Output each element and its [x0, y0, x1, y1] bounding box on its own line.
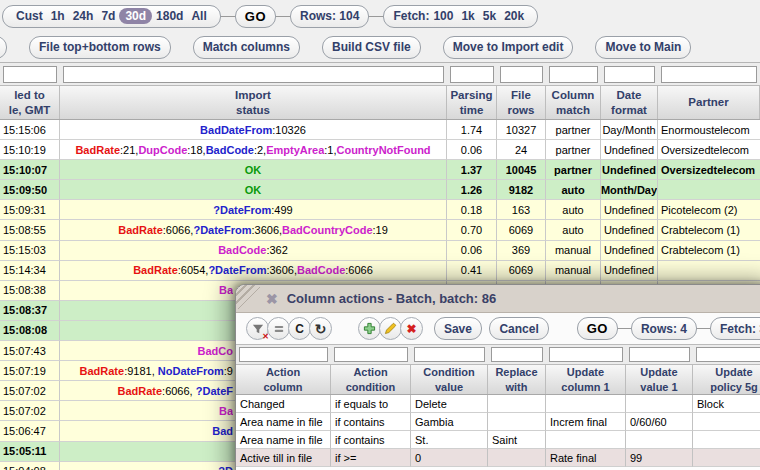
column-filter-input[interactable]	[549, 347, 623, 362]
column-filter-input[interactable]	[414, 347, 485, 362]
fetch-option-5k[interactable]: 5k	[479, 9, 500, 23]
edit-row-button[interactable]	[379, 317, 402, 340]
main-column-header-6[interactable]: Date format	[601, 86, 658, 119]
cell-date-format: Undefined	[601, 241, 658, 261]
rows-count-pill[interactable]: Rows: 104	[290, 5, 369, 28]
action-rule-row[interactable]: Area name in fileif containsGambiaIncrem…	[236, 413, 760, 431]
column-filter-input[interactable]	[500, 66, 543, 83]
connector-line	[276, 16, 290, 17]
cell-import-status: BadRate:6054, ?DateFrom:3606, BadCode:60…	[60, 261, 447, 281]
table-row[interactable]: 15:15:03BadCode:3620.06369manualUndefine…	[0, 241, 760, 261]
rule-cell	[693, 431, 760, 449]
go-button[interactable]: GO	[235, 5, 276, 28]
table-row[interactable]: 15:08:55BadRate:6066, ?DateFrom:3606, Ba…	[0, 220, 760, 240]
list-rows-button[interactable]	[267, 317, 290, 340]
column-filter-input[interactable]	[549, 66, 598, 83]
dialog-go-button[interactable]: GO	[577, 317, 618, 340]
status-token: BadCode	[218, 244, 266, 256]
letter-c-button[interactable]: C	[288, 317, 311, 340]
status-token: Ba	[219, 405, 233, 417]
cancel-button[interactable]: Cancel	[489, 317, 548, 340]
table-row[interactable]: 15:10:07OK1.3710045partnerUndefinedOvers…	[0, 160, 760, 180]
rule-cell: St.	[411, 431, 488, 449]
main-column-header-5[interactable]: Column match	[546, 86, 601, 119]
column-filter-input[interactable]	[239, 347, 328, 362]
dialog-titlebar[interactable]: ✖ Column actions - Batch, batch: 86	[236, 285, 760, 313]
action-rule-row[interactable]: Area name in fileif containsSt.Saint	[236, 431, 760, 449]
status-token: NoDateFrom	[158, 365, 224, 377]
main-column-header-3[interactable]: Parsing time	[447, 86, 497, 119]
table-row[interactable]: 15:15:06BadDateFrom:103261.7410327partne…	[0, 120, 760, 140]
dialog-column-header-4[interactable]: Replace with	[488, 365, 546, 394]
save-button[interactable]: Save	[434, 317, 482, 340]
dialog-filter-row	[236, 344, 760, 365]
column-filter-input[interactable]	[450, 66, 494, 83]
time-range-option-7d[interactable]: 7d	[97, 9, 119, 23]
rule-cell: if contains	[331, 431, 411, 449]
time-range-option-all[interactable]: All	[187, 9, 210, 23]
rows-count-label: Rows: 104	[300, 9, 359, 23]
action-button-5[interactable]: Move to Main	[595, 36, 691, 59]
status-token: :6066	[345, 264, 373, 276]
filter-slot	[546, 345, 626, 364]
column-filter-input[interactable]	[3, 66, 57, 83]
rule-cell	[546, 431, 626, 449]
column-filter-input[interactable]	[696, 347, 760, 362]
time-range-pill: Cust1h24h7d30d180dAll	[2, 5, 221, 28]
action-button-2[interactable]: Match columns	[193, 36, 300, 59]
status-token: :10326	[272, 124, 306, 136]
rule-cell: Active till in file	[236, 449, 331, 467]
dialog-fetch-pill[interactable]: Fetch: 3	[710, 317, 760, 340]
dialog-column-header-2[interactable]: Action condition	[331, 365, 411, 394]
add-row-button[interactable]	[358, 317, 381, 340]
time-range-option-1h[interactable]: 1h	[47, 9, 69, 23]
dialog-column-header-1[interactable]: Action column	[236, 365, 331, 394]
status-visible-fragment: BadRate:6066, ?DateF	[60, 385, 233, 397]
column-filter-input[interactable]	[661, 66, 757, 83]
table-row[interactable]: 15:10:19BadRate:21, DupCode:18, BadCode:…	[0, 140, 760, 160]
fetch-option-1k[interactable]: 1k	[457, 9, 478, 23]
column-filter-input[interactable]	[604, 66, 655, 83]
action-button-1[interactable]: File top+bottom rows	[29, 36, 171, 59]
column-filter-input[interactable]	[334, 347, 408, 362]
fetch-option-100[interactable]: 100	[429, 9, 457, 23]
table-row[interactable]: 15:14:34BadRate:6054, ?DateFrom:3606, Ba…	[0, 261, 760, 281]
status-token: :19	[373, 224, 388, 236]
dialog-column-header-5[interactable]: Update column 1	[546, 365, 626, 394]
column-actions-table: Action columnAction conditionCondition v…	[236, 344, 760, 467]
main-column-header-1[interactable]: led to le, GMT	[0, 86, 60, 119]
rule-cell: if contains	[331, 413, 411, 431]
time-range-option-24h[interactable]: 24h	[69, 9, 98, 23]
action-rule-row[interactable]: Changedif equals toDeleteBlock	[236, 395, 760, 413]
table-row[interactable]: 15:09:50OK1.269182autoMonth/Day	[0, 180, 760, 200]
dialog-rows-pill[interactable]: Rows: 4	[631, 317, 697, 340]
action-button-3[interactable]: Build CSV file	[322, 36, 421, 59]
time-range-option-cust[interactable]: Cust	[12, 9, 47, 23]
refresh-button[interactable]: ↻	[309, 317, 332, 340]
dialog-column-header-3[interactable]: Condition value	[411, 365, 488, 394]
main-column-header-4[interactable]: File rows	[497, 86, 546, 119]
column-filter-input[interactable]	[491, 347, 543, 362]
top-toolbar: Cust1h24h7d30d180dAll GO Rows: 104 Fetch…	[0, 0, 760, 32]
action-button-label: Build CSV file	[332, 40, 411, 54]
column-filter-input[interactable]	[63, 66, 444, 83]
delete-row-button[interactable]: ✖	[400, 317, 423, 340]
dialog-column-header-7[interactable]: Update policy 5g	[693, 365, 760, 394]
table-row[interactable]: 15:09:31?DateFrom:4990.18163autoUndefine…	[0, 200, 760, 220]
action-button-4[interactable]: Move to Import edit	[443, 36, 574, 59]
save-label: Save	[444, 322, 472, 336]
dialog-column-header-6[interactable]: Update value 1	[626, 365, 693, 394]
cell-parsing-time: 1.26	[447, 180, 497, 200]
fetch-option-20k[interactable]: 20k	[500, 9, 528, 23]
column-filter-input[interactable]	[629, 347, 690, 362]
close-icon[interactable]: ✖	[266, 292, 278, 306]
status-token: :21,	[120, 144, 138, 156]
cell-time: 15:09:31	[0, 200, 60, 220]
main-column-header-7[interactable]: Partner	[658, 86, 760, 119]
action-rule-row[interactable]: Active till in fileif >=0Rate final99	[236, 449, 760, 467]
filter-clear-button[interactable]: ✕	[246, 317, 269, 340]
clipped-button[interactable]	[0, 36, 7, 59]
time-range-option-30d[interactable]: 30d	[119, 8, 152, 24]
main-column-header-2[interactable]: Import status	[60, 86, 447, 119]
time-range-option-180d[interactable]: 180d	[152, 9, 187, 23]
